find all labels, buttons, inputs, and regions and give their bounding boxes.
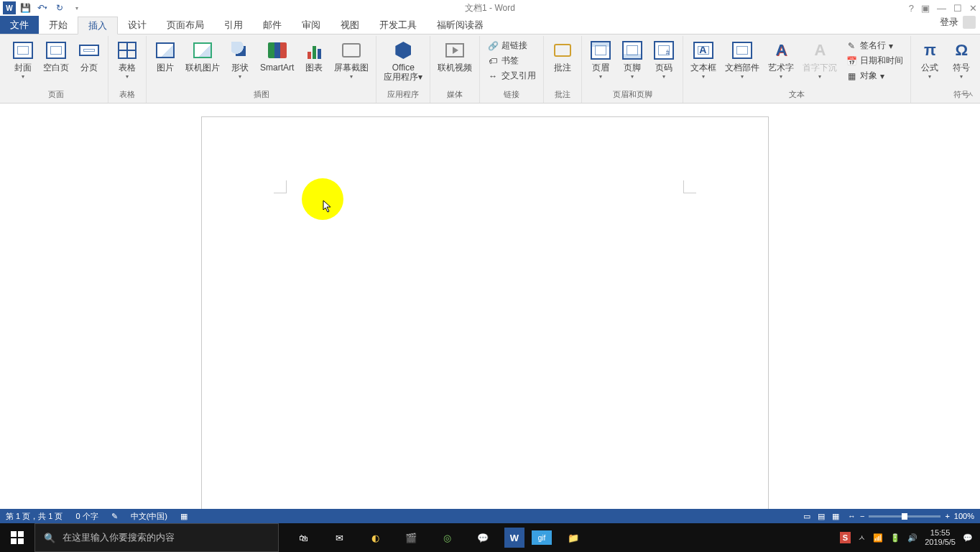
taskbar-mail[interactable]: ✉ (325, 523, 353, 552)
start-button[interactable] (0, 523, 34, 552)
zoom-value[interactable]: 100% (954, 512, 974, 520)
chart-button[interactable]: 图表 (300, 37, 328, 74)
taskbar-store[interactable]: 🛍 (289, 523, 318, 552)
comment-button[interactable]: 批注 (548, 37, 577, 74)
help-button[interactable]: ? (909, 3, 914, 14)
symbol-button[interactable]: Ω符号▾ (947, 37, 976, 81)
group-comments-label: 批注 (555, 88, 570, 103)
header-button[interactable]: 页眉▾ (586, 37, 615, 81)
wordart-button[interactable]: A艺术字▾ (765, 37, 797, 81)
screenshot-button[interactable]: 屏幕截图▾ (331, 37, 371, 81)
status-language[interactable]: 中文(中国) (131, 511, 167, 522)
status-page[interactable]: 第 1 页，共 1 页 (6, 511, 63, 522)
tab-view[interactable]: 视图 (330, 16, 369, 34)
tray-notifications[interactable]: 💬 (963, 533, 973, 543)
maximize-button[interactable]: ☐ (953, 3, 962, 14)
crossref-button[interactable]: ↔交叉引用 (484, 69, 539, 83)
tray-battery-icon[interactable]: 🔋 (890, 533, 900, 543)
status-zoom: ↔ − + 100% (848, 512, 974, 520)
cover-page-button[interactable]: 封面▾ (9, 37, 37, 81)
taskbar-movies[interactable]: 🎬 (397, 523, 425, 552)
tab-foxit[interactable]: 福昕阅读器 (427, 16, 494, 34)
page[interactable] (201, 116, 769, 510)
equation-button[interactable]: π公式▾ (915, 37, 944, 81)
tray-chevron[interactable]: ㅅ (858, 533, 866, 543)
save-button[interactable]: 💾 (17, 1, 33, 15)
page-break-button[interactable]: 分页 (75, 37, 103, 74)
hyperlink-button[interactable]: 🔗超链接 (484, 39, 539, 52)
qat-customize[interactable]: ▾ (69, 1, 85, 15)
avatar-icon[interactable] (963, 16, 976, 29)
group-text: A文本框▾ 文档部件▾ A艺术字▾ A首字下沉▾ ✎签名行 ▾ 📅日期和时间 ▦… (683, 36, 911, 103)
group-pages-label: 页面 (48, 88, 64, 103)
cursor-highlight (302, 178, 343, 220)
redo-button[interactable]: ↻ (52, 1, 68, 15)
statusbar: 第 1 页，共 1 页 0 个字 ✎ 中文(中国) ▦ ▭ ▤ ▦ ↔ − + … (0, 509, 980, 523)
online-video-button[interactable]: 联机视频 (435, 37, 475, 74)
taskbar-wechat[interactable]: 💬 (468, 523, 497, 552)
tray-clock[interactable]: 15:55 2019/5/5 (925, 528, 956, 547)
tab-design[interactable]: 设计 (118, 16, 157, 34)
group-tables-label: 表格 (119, 88, 135, 103)
signature-button[interactable]: ✎签名行 ▾ (843, 39, 906, 52)
textbox-button[interactable]: A文本框▾ (688, 37, 719, 81)
blank-page-button[interactable]: 空白页 (40, 37, 72, 74)
undo-button[interactable]: ↶▾ (34, 1, 50, 15)
taskbar-search[interactable]: 🔍 在这里输入你要搜索的内容 (34, 523, 279, 552)
ribbon-collapse-button[interactable]: ㅅ (966, 89, 974, 100)
datetime-button[interactable]: 📅日期和时间 (843, 54, 906, 68)
zoom-slider[interactable] (869, 515, 940, 518)
system-tray: S ㅅ 📶 🔋 🔊 15:55 2019/5/5 💬 (840, 528, 980, 547)
tab-home[interactable]: 开始 (39, 16, 78, 34)
group-links: 🔗超链接 🏷书签 ↔交叉引用 链接 (480, 36, 544, 103)
tab-layout[interactable]: 页面布局 (157, 16, 214, 34)
taskbar-gif[interactable]: gif (532, 530, 552, 545)
taskbar-explorer[interactable]: 📁 (559, 523, 588, 552)
tab-mailings[interactable]: 邮件 (253, 16, 292, 34)
object-button[interactable]: ▦对象 ▾ (843, 69, 906, 83)
zoom-fit-button[interactable]: ↔ (848, 512, 856, 520)
search-placeholder: 在这里输入你要搜索的内容 (63, 531, 175, 544)
tab-insert[interactable]: 插入 (78, 17, 118, 34)
status-views: ▭ ▤ ▦ (803, 512, 839, 521)
parts-button[interactable]: 文档部件▾ (722, 37, 762, 81)
login-link[interactable]: 登录 (940, 16, 958, 29)
picture-button[interactable]: 图片 (151, 37, 180, 74)
document-area[interactable] (0, 104, 980, 510)
tray-ime[interactable]: S (840, 532, 851, 543)
status-macro[interactable]: ▦ (180, 512, 188, 521)
bookmark-button[interactable]: 🏷书签 (484, 54, 539, 68)
tray-volume-icon[interactable]: 🔊 (907, 533, 917, 543)
minimize-button[interactable]: — (937, 3, 946, 14)
status-proofing[interactable]: ✎ (111, 512, 118, 521)
pagenum-button[interactable]: #页码▾ (650, 37, 678, 81)
dropcap-button[interactable]: A首字下沉▾ (800, 37, 840, 81)
window-controls: ? ▣ — ☐ ✕ (909, 3, 977, 14)
view-print-button[interactable]: ▤ (818, 512, 825, 521)
taskbar-browser[interactable]: ◐ (361, 523, 389, 552)
footer-button[interactable]: 页脚▾ (618, 37, 647, 81)
view-read-button[interactable]: ▭ (803, 512, 810, 521)
taskbar-app1[interactable]: ◎ (433, 523, 461, 552)
tab-references[interactable]: 引用 (214, 16, 253, 34)
tab-developer[interactable]: 开发工具 (369, 16, 427, 34)
taskbar-word[interactable]: W (504, 528, 524, 548)
ribbon-display-button[interactable]: ▣ (921, 3, 930, 14)
ribbon-tabs: 文件 开始 插入 设计 页面布局 引用 邮件 审阅 视图 开发工具 福昕阅读器 … (0, 16, 980, 34)
tray-wifi-icon[interactable]: 📶 (873, 533, 883, 543)
view-web-button[interactable]: ▦ (832, 512, 839, 521)
status-words[interactable]: 0 个字 (75, 511, 98, 522)
close-button[interactable]: ✕ (969, 3, 977, 14)
zoom-out-button[interactable]: − (860, 512, 864, 520)
smartart-button[interactable]: SmartArt (257, 37, 297, 74)
taskbar-items: 🛍 ✉ ◐ 🎬 ◎ 💬 W gif 📁 (279, 523, 598, 552)
zoom-in-button[interactable]: + (945, 512, 949, 520)
shapes-button[interactable]: 形状▾ (226, 37, 254, 81)
table-button[interactable]: 表格▾ (113, 37, 142, 81)
online-picture-button[interactable]: 联机图片 (182, 37, 223, 74)
tab-review[interactable]: 审阅 (292, 16, 330, 34)
group-text-label: 文本 (789, 88, 805, 103)
group-media-label: 媒体 (447, 88, 463, 103)
tab-file[interactable]: 文件 (0, 16, 39, 34)
office-apps-button[interactable]: Office应用程序▾ (381, 37, 425, 83)
